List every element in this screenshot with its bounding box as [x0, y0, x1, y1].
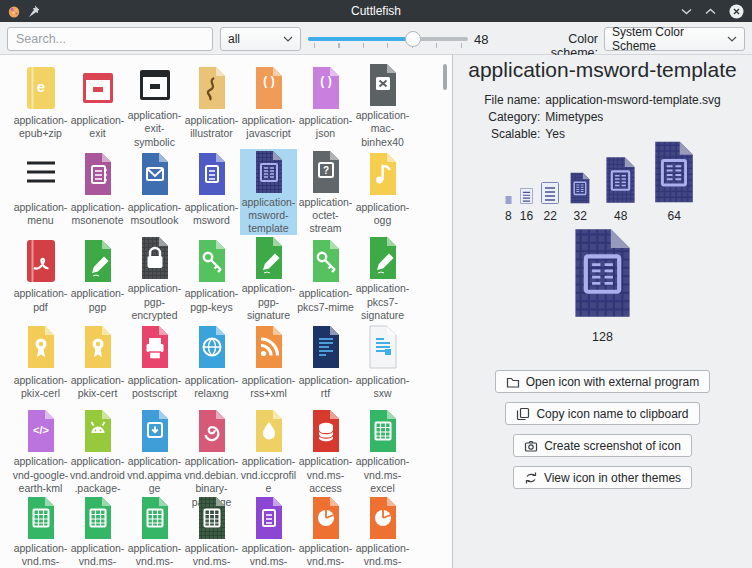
icon-label: application-vnd.ms-excel.addin.m [12, 542, 69, 568]
mimetype-icon [137, 150, 173, 199]
icon-grid-item[interactable]: application-pkcs7-signature [354, 235, 411, 322]
mimetype-icon [137, 236, 173, 280]
mimetype-icon [365, 150, 401, 199]
icon-grid-item[interactable]: application-msoutlook [126, 149, 183, 236]
icon-grid-item[interactable]: application-exit-symbolic [126, 62, 183, 149]
icon-grid-item[interactable]: application-vnd.ms-infopath [240, 495, 297, 568]
icon-label: application-vnd.iccprofile [240, 455, 297, 495]
icon-label: application-pdf [12, 287, 69, 314]
size-slider[interactable] [308, 37, 468, 41]
icon-grid-item[interactable]: application-vnd.ms-access [297, 408, 354, 495]
action-label: Open icon with external program [526, 375, 699, 389]
icon-grid-item[interactable]: application-vnd.debian.binary-package [183, 408, 240, 495]
field-label: Category: [484, 110, 540, 124]
svg-text:</>: </> [33, 424, 49, 436]
camera-icon [524, 439, 538, 453]
icon-grid-item[interactable]: application-rss+xml [240, 322, 297, 409]
icon-label: application-vnd.ms-excel [354, 455, 411, 495]
icon-label: application-vnd.ms-powerpoint [297, 542, 354, 568]
size-preview-icon [541, 182, 559, 204]
copy-name-button[interactable]: Copy icon name to clipboard [505, 402, 699, 425]
mimetype-icon [194, 236, 230, 285]
icon-grid-item[interactable]: application-mac-binhex40 [354, 62, 411, 149]
size-label: 32 [573, 209, 586, 223]
icon-grid-item[interactable]: application-pgp-signature [240, 235, 297, 322]
icon-grid-item[interactable]: application-pkcs7-mime [297, 235, 354, 322]
chevron-up-icon[interactable] [705, 8, 716, 15]
titlebar[interactable]: Cuttlefish [0, 0, 752, 22]
grid-scrollbar[interactable] [443, 64, 447, 90]
icon-label: application-menu [12, 201, 69, 228]
size-slider-handle[interactable] [405, 31, 421, 47]
icon-grid-item[interactable]: application-msword-template [240, 149, 297, 236]
mimetype-icon [308, 323, 344, 372]
icon-grid-item[interactable]: application-pkix-cerl [12, 322, 69, 409]
icon-grid-item[interactable]: eapplication-epub+zip [12, 62, 69, 149]
icon-grid-item[interactable]: ( )application-json [297, 62, 354, 149]
icon-grid-item[interactable]: application-menu [12, 149, 69, 236]
icon-grid-item[interactable]: application-vnd.ms-powerpoint.a [354, 495, 411, 568]
icon-grid-item[interactable]: application-msword [183, 149, 240, 236]
field-label: File name: [484, 93, 540, 107]
icon-grid-item[interactable]: ?application-octet-stream [297, 149, 354, 236]
icon-grid-item[interactable]: application-ogg [354, 149, 411, 236]
window-title: Cuttlefish [0, 4, 752, 18]
size-slider-value: 48 [474, 32, 488, 47]
color-scheme-value: System Color Scheme [612, 25, 727, 53]
size-preview-icon [648, 140, 700, 204]
icon-label: application-pgp-keys [183, 287, 240, 314]
color-scheme-dropdown[interactable]: System Color Scheme [604, 27, 745, 51]
field-value: Mimetypes [545, 110, 720, 124]
icon-grid-item[interactable]: </>application-vnd-google-earth-kml [12, 408, 69, 495]
icon-grid-item[interactable]: application-vnd.ms-excel [354, 408, 411, 495]
folder-open-icon [506, 375, 520, 389]
icon-grid-item[interactable]: application-relaxng [183, 322, 240, 409]
icon-grid-item[interactable]: application-vnd.iccprofile [240, 408, 297, 495]
close-icon[interactable] [729, 4, 744, 19]
icon-grid-item[interactable]: application-pgp-encrypted [126, 235, 183, 322]
icon-label: application-json [297, 114, 354, 141]
icon-grid-item[interactable]: application-vnd.appimage [126, 408, 183, 495]
action-label: View icon in other themes [544, 471, 681, 485]
icon-grid-item[interactable]: application-vnd.android.package- [69, 408, 126, 495]
mimetype-icon [194, 323, 230, 372]
chevron-down-icon[interactable] [681, 8, 692, 15]
detail-fields: File name:application-msword-template.sv… [453, 93, 752, 141]
icon-grid-item[interactable]: application-pgp-keys [183, 235, 240, 322]
icon-grid-item[interactable]: application-postscript [126, 322, 183, 409]
open-external-button[interactable]: Open icon with external program [495, 370, 710, 393]
icon-grid-item[interactable]: application-exit [69, 62, 126, 149]
chevron-down-icon [727, 36, 737, 42]
category-filter-dropdown[interactable]: all [220, 27, 301, 51]
icon-grid-item[interactable]: application-pkix-cert [69, 322, 126, 409]
mimetype-icon [365, 496, 401, 540]
icon-grid-item[interactable]: application-illustrator [183, 62, 240, 149]
icon-grid-item[interactable]: application-vnd.ms-powerpoint [297, 495, 354, 568]
icon-grid-item[interactable]: application-sxw [354, 322, 411, 409]
icon-grid-item[interactable]: application-vnd.ms-excel.templat [183, 495, 240, 568]
icon-grid-item[interactable]: application-vnd.ms-excel.addin.m [12, 495, 69, 568]
view-themes-button[interactable]: View icon in other themes [513, 466, 692, 489]
icon-grid-item[interactable]: application-pgp [69, 235, 126, 322]
mimetype-icon [80, 150, 116, 199]
field-value: application-msword-template.svg [545, 93, 720, 107]
icon-grid-item[interactable]: application-vnd.ms-excel.sheet.m [126, 495, 183, 568]
icon-details-panel: application-msword-template File name:ap… [453, 55, 752, 568]
icon-label: application-epub+zip [12, 114, 69, 141]
search-input[interactable] [7, 27, 213, 51]
mimetype-icon [80, 323, 116, 372]
mimetype-icon: ( ) [308, 63, 344, 112]
mimetype-icon [365, 409, 401, 453]
screenshot-button[interactable]: Create screenshot of icon [513, 434, 692, 457]
mimetype-icon [23, 150, 59, 199]
size-label: 64 [667, 209, 680, 223]
icon-label: application-pgp [69, 287, 126, 314]
icon-grid-item[interactable]: application-msonenote [69, 149, 126, 236]
icon-grid-item[interactable]: application-vnd.ms-excel.sheet.bi [69, 495, 126, 568]
icon-grid-item[interactable]: application-rtf [297, 322, 354, 409]
icon-grid-item[interactable]: application-pdf [12, 235, 69, 322]
icon-grid-item[interactable]: ( )application-javascript [240, 62, 297, 149]
icon-label: application-octet-stream [297, 196, 354, 236]
size-slider-ticks [314, 43, 464, 48]
detail-icon-name: application-msword-template [453, 58, 752, 82]
